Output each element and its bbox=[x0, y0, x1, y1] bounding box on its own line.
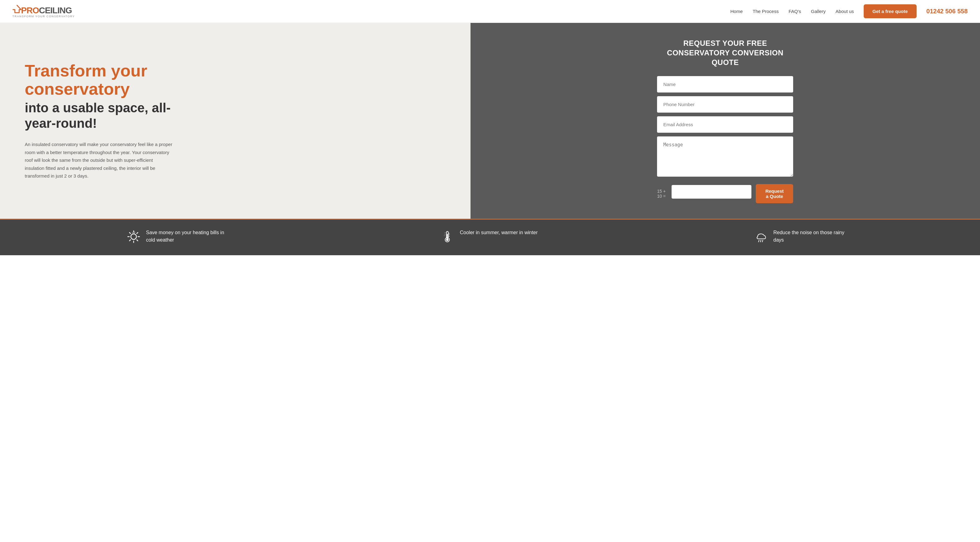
hero-content: Transform your conservatory into a usabl… bbox=[25, 62, 173, 180]
hero-right-panel: REQUEST YOUR FREE CONSERVATORY CONVERSIO… bbox=[471, 23, 980, 219]
message-input[interactable] bbox=[657, 137, 793, 176]
main-nav: Home The Process FAQ's Gallery About us … bbox=[730, 4, 967, 18]
header-phone-number: 01242 506 558 bbox=[926, 8, 967, 15]
svg-line-21 bbox=[762, 240, 763, 242]
rain-icon bbox=[754, 230, 768, 246]
nav-process[interactable]: The Process bbox=[752, 9, 779, 14]
benefit-text-1: Cooler in summer, warmer in winter bbox=[460, 229, 538, 236]
benefits-bar: Save money on your heating bills incold … bbox=[0, 219, 980, 255]
svg-line-20 bbox=[760, 240, 761, 242]
hero-headline-dark: into a usable space, all-year-round! bbox=[25, 100, 173, 132]
phone-input[interactable] bbox=[657, 96, 793, 113]
svg-point-0 bbox=[131, 234, 137, 240]
svg-line-7 bbox=[137, 232, 138, 234]
logo-ceiling-text: CEILING bbox=[39, 6, 72, 16]
quote-form: REQUEST YOUR FREE CONSERVATORY CONVERSIO… bbox=[657, 38, 793, 203]
benefit-item-0: Save money on your heating bills incold … bbox=[127, 229, 224, 246]
thermometer-icon bbox=[441, 230, 454, 246]
logo-tagline: TRANSFORM YOUR CONSERVATORY bbox=[13, 15, 75, 18]
svg-line-5 bbox=[129, 232, 130, 234]
svg-line-8 bbox=[129, 240, 130, 241]
nav-faqs[interactable]: FAQ's bbox=[789, 9, 801, 14]
logo-roof-icon bbox=[13, 5, 22, 13]
svg-point-12 bbox=[446, 238, 449, 241]
benefit-item-2: Reduce the noise on those rainy days bbox=[754, 229, 853, 246]
benefit-text-2: Reduce the noise on those rainy days bbox=[773, 229, 853, 244]
name-input[interactable] bbox=[657, 76, 793, 92]
benefit-item-1: Cooler in summer, warmer in winter bbox=[441, 229, 538, 246]
request-quote-button[interactable]: Request a Quote bbox=[756, 184, 793, 203]
form-bottom-row: 15 + 10 = Request a Quote bbox=[657, 184, 793, 203]
hero-headline-orange: Transform your conservatory bbox=[25, 62, 173, 99]
benefit-text-0: Save money on your heating bills incold … bbox=[146, 229, 224, 244]
form-title: REQUEST YOUR FREE CONSERVATORY CONVERSIO… bbox=[657, 38, 793, 67]
svg-line-6 bbox=[137, 240, 138, 241]
logo-pro-text: PRO bbox=[21, 6, 39, 16]
hero-left-panel: Transform your conservatory into a usabl… bbox=[0, 23, 471, 219]
captcha-input[interactable] bbox=[671, 185, 752, 199]
nav-home[interactable]: Home bbox=[730, 9, 743, 14]
nav-about[interactable]: About us bbox=[835, 9, 854, 14]
captcha-label: 15 + 10 = bbox=[657, 189, 667, 199]
nav-gallery[interactable]: Gallery bbox=[811, 9, 826, 14]
get-free-quote-button[interactable]: Get a free quote bbox=[864, 4, 916, 18]
svg-line-19 bbox=[759, 240, 759, 242]
site-header: PROCEILING TRANSFORM YOUR CONSERVATORY H… bbox=[0, 0, 980, 23]
sun-icon bbox=[127, 230, 140, 246]
logo: PROCEILING TRANSFORM YOUR CONSERVATORY bbox=[13, 5, 75, 18]
hero-body-text: An insulated conservatory will make your… bbox=[25, 140, 173, 180]
email-input[interactable] bbox=[657, 116, 793, 133]
hero-section: Transform your conservatory into a usabl… bbox=[0, 23, 980, 219]
